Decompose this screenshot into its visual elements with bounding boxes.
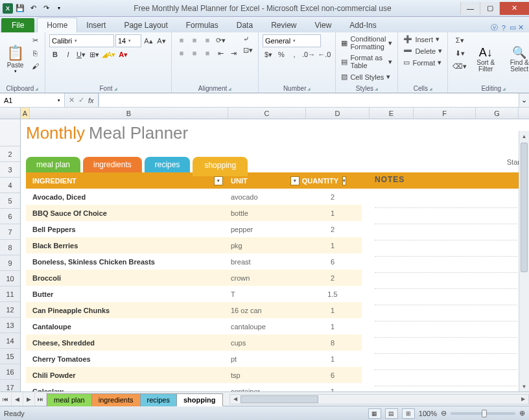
- table-row[interactable]: Avocado, Dicedavocado2: [26, 189, 362, 205]
- font-name-combo[interactable]: Calibri▾: [49, 34, 114, 47]
- bold-button[interactable]: B: [49, 49, 61, 60]
- column-header-A[interactable]: A: [21, 108, 30, 119]
- sheet-nav-next-icon[interactable]: ▶: [23, 393, 35, 406]
- row-header-17[interactable]: 17: [0, 380, 20, 391]
- close-button[interactable]: ✕: [499, 2, 529, 15]
- file-tab[interactable]: File: [1, 18, 34, 32]
- sheet-nav-first-icon[interactable]: ⏮: [0, 393, 12, 406]
- zoom-level[interactable]: 100%: [419, 410, 437, 417]
- ribbon-tab-data[interactable]: Data: [228, 18, 262, 32]
- zoom-slider[interactable]: [451, 412, 515, 415]
- cell-styles-button[interactable]: ▧Cell Styles ▾: [340, 72, 394, 82]
- format-cells-button[interactable]: ▭Format ▾: [402, 58, 443, 67]
- row-header-15[interactable]: 15: [0, 349, 20, 364]
- increase-decimal-icon[interactable]: .0→: [301, 49, 316, 60]
- ribbon-tab-view[interactable]: View: [306, 18, 341, 32]
- zoom-in-icon[interactable]: ⊕: [519, 409, 525, 417]
- row-header-12[interactable]: 12: [0, 302, 20, 318]
- fill-icon[interactable]: ⬇▾: [452, 47, 467, 59]
- delete-cells-button[interactable]: ➖Delete ▾: [402, 46, 443, 56]
- view-normal-icon[interactable]: ▦: [368, 408, 381, 419]
- table-row[interactable]: BBQ Sauce Of Choicebottle1: [26, 205, 362, 221]
- row-header-8[interactable]: 8: [0, 240, 20, 255]
- paste-button[interactable]: 📋 Paste ▾: [4, 34, 27, 84]
- autosum-icon[interactable]: Σ▾: [452, 34, 467, 46]
- number-format-combo[interactable]: General▾: [263, 34, 321, 47]
- column-header-C[interactable]: C: [228, 108, 306, 119]
- table-row[interactable]: Bell Pepperspepper2: [26, 221, 362, 237]
- row-header-10[interactable]: 10: [0, 271, 20, 286]
- copy-icon[interactable]: ⎘: [29, 47, 41, 59]
- qat-undo-icon[interactable]: ↶: [27, 3, 39, 14]
- align-middle-icon[interactable]: ≡: [189, 34, 200, 46]
- align-right-icon[interactable]: ≡: [202, 47, 213, 59]
- tab-meal-plan[interactable]: meal plan: [26, 157, 80, 172]
- format-as-table-button[interactable]: ▤Format as Table ▾: [340, 53, 394, 70]
- decrease-font-icon[interactable]: A▾: [156, 35, 167, 47]
- row-header-9[interactable]: 9: [0, 255, 20, 271]
- formula-expand-icon[interactable]: ⌄: [519, 93, 529, 107]
- column-header-F[interactable]: F: [414, 108, 476, 119]
- cancel-formula-icon[interactable]: ✕: [69, 96, 75, 104]
- hscroll-thumb[interactable]: [241, 395, 318, 403]
- ribbon-minimize-icon[interactable]: ⓥ: [491, 23, 498, 32]
- sheet-tab-ingredients[interactable]: ingredients: [91, 393, 141, 406]
- column-header-E[interactable]: E: [370, 108, 414, 119]
- font-size-combo[interactable]: 14▾: [115, 34, 141, 47]
- vertical-scrollbar[interactable]: ▲ ▼: [519, 131, 529, 391]
- align-bottom-icon[interactable]: ≡: [202, 34, 213, 46]
- font-color-button[interactable]: A▾: [117, 49, 129, 60]
- help-icon[interactable]: ?: [502, 24, 506, 32]
- hscroll-right-icon[interactable]: ▶: [518, 396, 528, 402]
- tab-ingredients[interactable]: ingredients: [83, 157, 142, 172]
- orientation-icon[interactable]: ⟳▾: [215, 34, 226, 46]
- sort-filter-button[interactable]: A↓ Sort & Filter: [470, 34, 501, 84]
- indent-inc-icon[interactable]: ⇥: [228, 47, 239, 59]
- tab-recipes[interactable]: recipes: [145, 157, 191, 172]
- sheet-tab-recipes[interactable]: recipes: [140, 393, 177, 406]
- column-header-D[interactable]: D: [306, 108, 370, 119]
- column-header-B[interactable]: B: [30, 108, 228, 119]
- row-header-16[interactable]: 16: [0, 364, 20, 380]
- align-left-icon[interactable]: ≡: [176, 47, 187, 59]
- sheet-tab-shopping[interactable]: shopping: [176, 393, 223, 406]
- indent-dec-icon[interactable]: ⇤: [215, 47, 226, 59]
- row-header-11[interactable]: 11: [0, 286, 20, 302]
- ribbon-tab-home[interactable]: Home: [37, 18, 77, 32]
- row-header-7[interactable]: 7: [0, 224, 20, 240]
- enter-formula-icon[interactable]: ✓: [78, 96, 84, 104]
- clear-icon[interactable]: ⌫▾: [452, 60, 467, 72]
- ribbon-tab-pagelayout[interactable]: Page Layout: [115, 18, 176, 32]
- decrease-decimal-icon[interactable]: ←.0: [317, 49, 331, 60]
- merge-center-button[interactable]: ⊡▾: [242, 45, 254, 55]
- ribbon-tab-formulas[interactable]: Formulas: [177, 18, 228, 32]
- align-top-icon[interactable]: ≡: [176, 34, 187, 46]
- table-row[interactable]: Chili Powdertsp6: [26, 367, 362, 383]
- cells[interactable]: Monthly Meal Planner meal plan ingredien…: [21, 119, 529, 391]
- align-center-icon[interactable]: ≡: [189, 47, 200, 59]
- table-row[interactable]: Coleslawcontainer1: [26, 383, 362, 391]
- table-row[interactable]: Broccolicrown2: [26, 270, 362, 286]
- table-row[interactable]: Boneless, Skinless Chicken Breastsbreast…: [26, 253, 362, 270]
- filter-ingredient-icon[interactable]: ▾: [214, 176, 223, 185]
- scroll-down-icon[interactable]: ▼: [519, 381, 529, 391]
- comma-icon[interactable]: ,: [288, 49, 300, 60]
- row-header-14[interactable]: 14: [0, 333, 20, 349]
- row-header-6[interactable]: 6: [0, 209, 20, 224]
- horizontal-scrollbar[interactable]: ◀ ▶: [229, 394, 530, 404]
- table-row[interactable]: Can Pineapple Chunks16 oz can1: [26, 302, 362, 318]
- row-header-4[interactable]: 4: [0, 178, 20, 193]
- ribbon-tab-addins[interactable]: Add-Ins: [340, 18, 385, 32]
- qat-customize-icon[interactable]: ▾: [53, 3, 65, 14]
- scroll-up-icon[interactable]: ▲: [519, 131, 529, 141]
- fill-color-button[interactable]: ◢A▾: [101, 49, 116, 60]
- qat-save-icon[interactable]: 💾: [14, 3, 26, 14]
- name-box[interactable]: A1▾: [0, 93, 65, 107]
- filter-unit-icon[interactable]: ▾: [290, 176, 300, 185]
- scroll-thumb[interactable]: [521, 143, 528, 272]
- formula-input[interactable]: [99, 93, 519, 107]
- select-all-corner[interactable]: [0, 108, 21, 119]
- cut-icon[interactable]: ✂: [29, 34, 41, 46]
- qat-redo-icon[interactable]: ↷: [40, 3, 52, 14]
- format-painter-icon[interactable]: 🖌: [29, 60, 41, 72]
